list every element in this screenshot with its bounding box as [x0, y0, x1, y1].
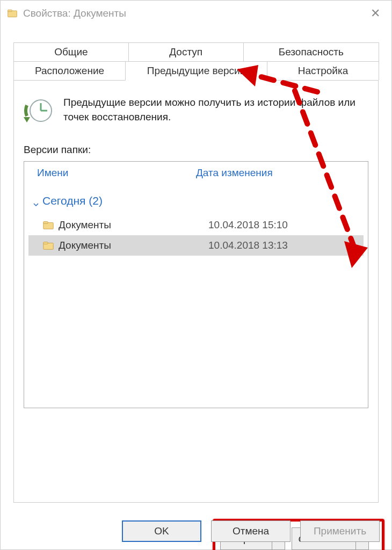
tab-general[interactable]: Общие [13, 42, 129, 61]
properties-dialog: Свойства: Документы ✕ Общие Доступ Безоп… [0, 0, 392, 550]
tab-sharing[interactable]: Доступ [128, 42, 244, 61]
content-area: Общие Доступ Безопасность Расположение П… [1, 26, 391, 503]
window-title: Свойства: Документы [23, 8, 126, 19]
column-name[interactable]: Имени [37, 167, 196, 179]
history-icon [24, 96, 54, 128]
list-header[interactable]: Имени Дата изменения [24, 162, 368, 185]
group-label-text: Сегодня (2) [42, 194, 103, 207]
versions-label: Версии папки: [24, 144, 368, 156]
row-date: 10.04.2018 15:10 [208, 219, 358, 231]
titlebar: Свойства: Документы ✕ [1, 1, 391, 26]
folder-icon [7, 8, 18, 19]
dialog-buttons: OK Отмена Применить [122, 520, 380, 542]
row-name: Документы [59, 219, 208, 231]
tab-security[interactable]: Безопасность [243, 42, 379, 61]
folder-icon [42, 240, 54, 251]
table-row[interactable]: Документы 10.04.2018 13:13 [28, 235, 364, 256]
group-today[interactable]: Сегодня (2) [28, 194, 364, 207]
svg-rect-7 [43, 222, 48, 224]
svg-rect-9 [43, 242, 48, 244]
apply-button[interactable]: Применить [300, 520, 380, 542]
svg-marker-5 [24, 117, 30, 122]
cancel-button[interactable]: Отмена [211, 520, 291, 542]
svg-rect-1 [8, 10, 12, 11]
row-date: 10.04.2018 13:13 [208, 240, 358, 251]
folder-icon [42, 219, 54, 231]
tab-strip: Общие Доступ Безопасность Расположение П… [13, 42, 379, 81]
versions-list[interactable]: Имени Дата изменения Сегодня (2) [24, 161, 368, 408]
chevron-down-icon [33, 198, 39, 204]
tab-previous-versions[interactable]: Предыдущие версии [125, 61, 267, 81]
row-name: Документы [59, 240, 208, 251]
tab-customize[interactable]: Настройка [267, 61, 379, 80]
tab-location[interactable]: Расположение [13, 61, 126, 80]
info-text: Предыдущие версии можно получить из исто… [63, 96, 368, 124]
column-date[interactable]: Дата изменения [196, 167, 355, 179]
close-icon[interactable]: ✕ [368, 6, 383, 21]
tab-panel: Предыдущие версии можно получить из исто… [13, 81, 379, 503]
table-row[interactable]: Документы 10.04.2018 15:10 [28, 215, 364, 235]
ok-button[interactable]: OK [122, 520, 201, 542]
